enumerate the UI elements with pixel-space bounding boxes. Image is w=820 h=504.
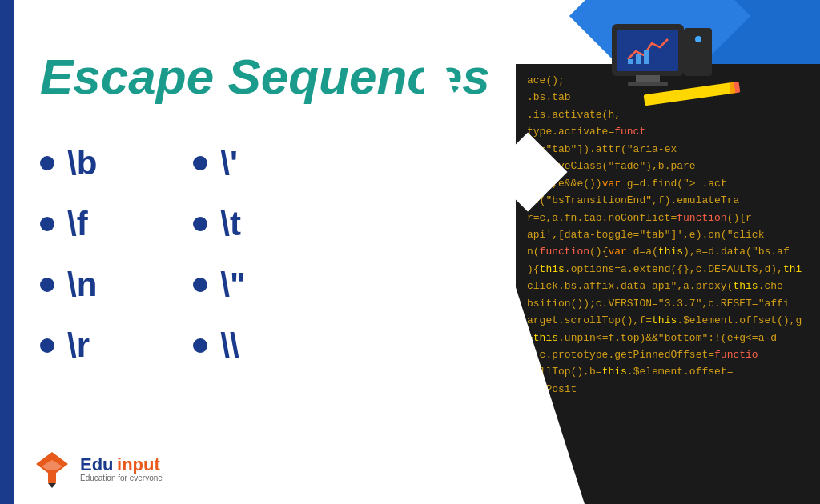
bullets-container: \b \f \n \r \' \t (40, 144, 246, 365)
list-item: \b (40, 144, 97, 182)
tower-icon (684, 28, 712, 76)
escape-doublequote: \" (220, 266, 246, 304)
chart-icon (624, 35, 672, 66)
escape-backspace: \b (67, 144, 97, 182)
logo-text-area: Edu input Education for everyone (80, 454, 163, 482)
logo-input-text: input (117, 454, 160, 474)
logo-tagline: Education for everyone (80, 474, 163, 482)
list-item: \" (193, 266, 246, 304)
logo-area: Edu input Education for everyone (32, 448, 163, 488)
list-item: \t (193, 205, 246, 243)
bullet-dot (40, 278, 54, 292)
bullet-dot (40, 156, 54, 170)
escape-return: \r (67, 326, 90, 365)
tower-light (695, 36, 701, 42)
escape-backslash: \\ (220, 326, 239, 365)
svg-rect-6 (48, 470, 56, 483)
right-bullet-column: \' \t \" \\ (193, 144, 246, 365)
logo-icon (32, 448, 72, 488)
page-title: Escape Sequences (40, 48, 490, 105)
list-item: \n (40, 266, 97, 304)
list-item: \\ (193, 326, 246, 365)
monitor-base (628, 82, 668, 86)
svg-rect-1 (628, 59, 633, 64)
svg-marker-7 (48, 483, 56, 488)
left-bullet-column: \b \f \n \r (40, 144, 97, 365)
logo-edu-text: Edu (80, 454, 114, 474)
escape-newline: \n (67, 266, 97, 304)
monitor-screen (617, 30, 678, 71)
list-item: \f (40, 205, 97, 243)
bullet-dot (193, 338, 207, 353)
escape-formfeed: \f (67, 205, 88, 243)
bullet-dot (193, 156, 207, 170)
escape-tab: \t (220, 205, 241, 243)
bullet-dot (40, 217, 54, 231)
bullet-dot (193, 217, 207, 231)
diagonal-mask (424, 0, 585, 504)
svg-rect-3 (644, 50, 649, 64)
main-container: Escape Sequences \b \f \n \r (0, 0, 820, 504)
svg-rect-2 (636, 54, 641, 64)
list-item: \' (193, 144, 246, 182)
bullet-dot (193, 278, 207, 292)
left-bar (0, 0, 14, 504)
escape-singlequote: \' (220, 144, 238, 182)
list-item: \r (40, 326, 97, 365)
monitor-icon (612, 24, 684, 76)
bullet-dot (40, 338, 54, 353)
